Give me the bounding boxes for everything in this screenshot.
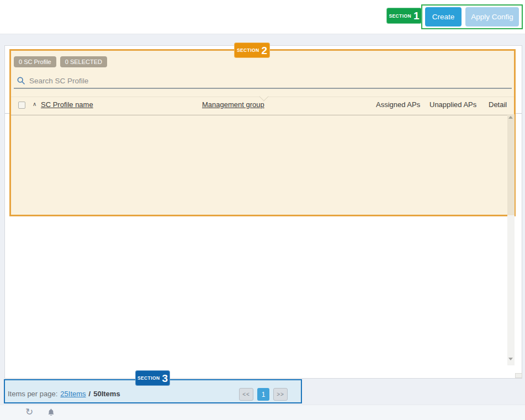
select-all-checkbox[interactable] [18, 102, 25, 109]
selected-count-badge: 0 SELECTED [60, 56, 107, 67]
create-button[interactable]: Create [425, 7, 462, 26]
notification-bell-icon[interactable] [46, 408, 56, 417]
table-header-divider-tinted [11, 115, 514, 115]
sort-asc-icon: ∧ [33, 101, 36, 107]
scrollbar-track-lower[interactable] [507, 215, 515, 365]
section1-badge-label: SECTION [389, 13, 411, 19]
profile-count-badge: 0 SC Profile [14, 56, 56, 67]
items-per-page-label: Items per page: [8, 390, 57, 398]
section2-badge-number: 2 [262, 45, 268, 56]
scroll-up-icon[interactable] [508, 116, 513, 119]
prev-page-button[interactable]: << [239, 388, 253, 401]
scrollbar-track-upper[interactable] [507, 114, 515, 215]
section3-badge-number: 3 [162, 373, 168, 384]
section2-highlight-box: 0 SC Profile 0 SELECTED ∧ SC Profile nam… [9, 49, 516, 216]
column-header-assigned-aps: Assigned APs [376, 100, 420, 109]
page-size-25-link[interactable]: 25Items [60, 390, 86, 398]
column-header-profile-name[interactable]: SC Profile name [41, 100, 93, 109]
section1-badge-number: 1 [413, 10, 420, 21]
search-icon [17, 76, 25, 85]
column-header-unapplied-aps: Unapplied APs [429, 100, 476, 109]
bottom-status-bar: ↻ [0, 405, 525, 420]
scroll-down-icon[interactable] [508, 358, 513, 360]
top-header: Create Apply Config [0, 0, 525, 34]
search-input[interactable] [29, 75, 250, 86]
section3-badge-label: SECTION [137, 375, 160, 381]
scrollbar-corner [515, 373, 522, 378]
refresh-icon[interactable]: ↻ [25, 406, 33, 418]
section2-badge-label: SECTION [237, 47, 259, 53]
section2-badge: SECTION 2 [234, 42, 270, 58]
column-header-detail: Detail [489, 100, 507, 109]
column-header-management-group[interactable]: Management group [202, 100, 264, 109]
page-size-50-label: 50Items [93, 390, 120, 398]
page-size-separator: / [89, 390, 91, 398]
search-underline [14, 88, 512, 89]
next-page-button[interactable]: >> [273, 388, 288, 401]
current-page-button[interactable]: 1 [257, 388, 269, 401]
section1-badge: SECTION 1 [386, 8, 422, 24]
apply-config-button[interactable]: Apply Config [465, 7, 519, 26]
items-per-page-group: Items per page: 25Items / 50Items [8, 390, 120, 398]
section3-badge: SECTION 3 [135, 370, 170, 386]
status-chip-row: 0 SC Profile 0 SELECTED [14, 56, 107, 67]
collapse-notch-icon [259, 92, 269, 102]
